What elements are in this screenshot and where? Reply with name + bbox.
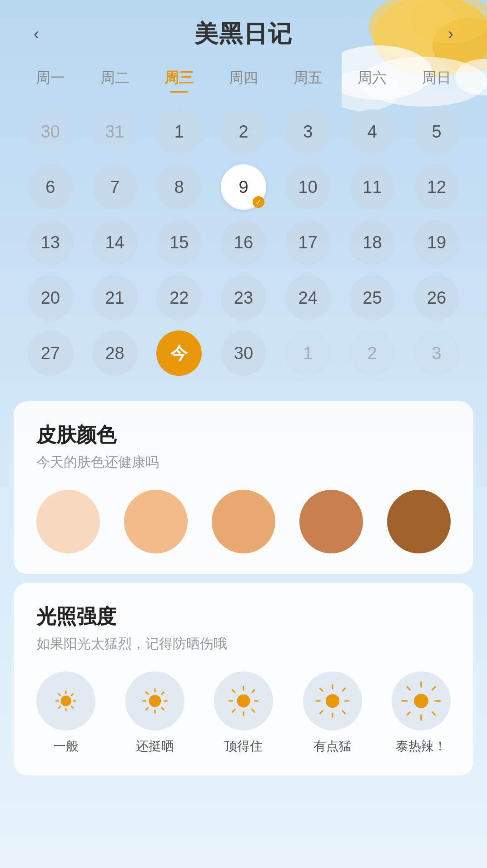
skin-color-5[interactable] bbox=[387, 490, 451, 553]
prev-button[interactable]: ‹ bbox=[23, 20, 50, 48]
day-circle[interactable]: 1 bbox=[156, 109, 202, 154]
day-circle-today[interactable]: 今 bbox=[156, 330, 202, 376]
light-icon-wrap-1 bbox=[36, 671, 95, 730]
day-cell[interactable]: 2 bbox=[340, 328, 405, 379]
day-cell[interactable]: 3 bbox=[276, 106, 340, 157]
day-cell[interactable]: 30 bbox=[18, 106, 83, 157]
day-circle[interactable]: 11 bbox=[349, 164, 395, 210]
day-circle[interactable]: 2 bbox=[349, 330, 395, 376]
day-circle[interactable]: 3 bbox=[285, 109, 331, 154]
skin-color-3[interactable] bbox=[212, 490, 275, 553]
light-option-3[interactable]: 顶得住 bbox=[214, 671, 273, 755]
day-cell[interactable]: 2 bbox=[211, 106, 276, 157]
day-cell[interactable]: 21 bbox=[83, 272, 147, 323]
day-circle[interactable]: 22 bbox=[156, 275, 202, 321]
day-circle[interactable]: 3 bbox=[414, 330, 459, 376]
day-cell[interactable]: 1 bbox=[147, 106, 211, 157]
svg-line-24 bbox=[162, 692, 164, 694]
day-circle[interactable]: 17 bbox=[285, 220, 331, 265]
day-circle[interactable]: 23 bbox=[221, 275, 266, 321]
day-cell[interactable]: 13 bbox=[18, 217, 83, 268]
day-cell[interactable]: 1 bbox=[276, 328, 340, 379]
svg-line-15 bbox=[71, 694, 73, 695]
day-circle[interactable]: 31 bbox=[92, 109, 138, 154]
day-cell[interactable]: 22 bbox=[147, 272, 211, 323]
day-circle[interactable]: 13 bbox=[28, 220, 73, 265]
day-circle-selected[interactable]: 9 ✓ bbox=[221, 164, 266, 210]
day-cell[interactable]: 24 bbox=[276, 272, 340, 323]
day-circle[interactable]: 2 bbox=[221, 109, 266, 154]
light-label-3: 顶得住 bbox=[224, 738, 263, 755]
day-circle[interactable]: 7 bbox=[92, 164, 138, 210]
svg-line-42 bbox=[343, 688, 345, 690]
day-circle[interactable]: 27 bbox=[28, 330, 73, 376]
day-cell[interactable]: 19 bbox=[404, 217, 469, 268]
day-circle[interactable]: 16 bbox=[221, 220, 266, 265]
day-cell-9[interactable]: 9 ✓ bbox=[211, 162, 276, 212]
day-cell[interactable]: 20 bbox=[18, 272, 83, 323]
light-option-5[interactable]: 泰热辣！ bbox=[392, 671, 451, 755]
svg-line-14 bbox=[71, 706, 73, 708]
day-cell[interactable]: 31 bbox=[83, 106, 147, 157]
skin-colors-row bbox=[36, 490, 451, 553]
day-circle[interactable]: 5 bbox=[414, 109, 459, 154]
day-circle[interactable]: 18 bbox=[349, 220, 395, 265]
light-option-4[interactable]: 有点猛 bbox=[303, 671, 362, 755]
day-cell[interactable]: 14 bbox=[83, 217, 147, 268]
light-card-title: 光照强度 bbox=[36, 603, 451, 630]
day-cell[interactable]: 11 bbox=[340, 162, 405, 212]
day-circle[interactable]: 8 bbox=[156, 164, 202, 210]
day-circle[interactable]: 12 bbox=[414, 164, 459, 210]
day-cell[interactable]: 25 bbox=[340, 272, 405, 323]
day-circle[interactable]: 14 bbox=[92, 220, 138, 265]
day-cell[interactable]: 12 bbox=[404, 162, 469, 212]
day-circle[interactable]: 30 bbox=[28, 109, 73, 154]
skin-color-2[interactable] bbox=[124, 490, 188, 553]
day-circle[interactable]: 20 bbox=[28, 275, 73, 321]
day-cell[interactable]: 26 bbox=[404, 272, 469, 323]
day-cell[interactable]: 15 bbox=[147, 217, 211, 268]
day-circle[interactable]: 4 bbox=[349, 109, 395, 154]
day-cell[interactable]: 3 bbox=[404, 328, 469, 379]
light-option-1[interactable]: 一般 bbox=[36, 671, 95, 755]
day-circle[interactable]: 30 bbox=[221, 330, 266, 376]
day-cell[interactable]: 16 bbox=[211, 217, 276, 268]
skin-color-1[interactable] bbox=[36, 490, 100, 553]
day-circle[interactable]: 21 bbox=[92, 275, 138, 321]
day-circle[interactable]: 25 bbox=[349, 275, 395, 321]
day-circle[interactable]: 26 bbox=[414, 275, 459, 321]
day-cell[interactable]: 10 bbox=[276, 162, 340, 212]
day-circle[interactable]: 24 bbox=[285, 275, 331, 321]
day-circle[interactable]: 6 bbox=[28, 164, 73, 210]
svg-line-52 bbox=[407, 712, 410, 715]
next-button[interactable]: › bbox=[437, 20, 464, 48]
weekday-sat: 周六 bbox=[340, 64, 405, 97]
day-cell[interactable]: 8 bbox=[147, 162, 211, 212]
day-cell-today[interactable]: 今 bbox=[147, 328, 211, 379]
day-cell[interactable]: 17 bbox=[276, 217, 340, 268]
skin-color-card: 皮肤颜色 今天的肤色还健康吗 bbox=[14, 401, 473, 574]
light-icon-wrap-2 bbox=[125, 671, 184, 730]
day-cell[interactable]: 6 bbox=[18, 162, 83, 212]
light-option-2[interactable]: 还挺晒 bbox=[125, 671, 184, 755]
day-cell[interactable]: 28 bbox=[83, 328, 147, 379]
day-circle[interactable]: 15 bbox=[156, 220, 202, 265]
day-circle[interactable]: 28 bbox=[92, 330, 138, 376]
day-cell[interactable]: 7 bbox=[83, 162, 147, 212]
day-cell[interactable]: 5 bbox=[404, 106, 469, 157]
day-cell[interactable]: 30 bbox=[211, 328, 276, 379]
svg-line-25 bbox=[146, 708, 148, 710]
svg-point-35 bbox=[325, 694, 339, 708]
day-cell[interactable]: 23 bbox=[211, 272, 276, 323]
day-circle[interactable]: 1 bbox=[285, 330, 331, 376]
skin-color-4[interactable] bbox=[299, 490, 363, 553]
sun-icon-1 bbox=[55, 690, 77, 712]
page-title: 美黑日记 bbox=[194, 18, 293, 50]
day-cell[interactable]: 4 bbox=[340, 106, 405, 157]
svg-line-40 bbox=[320, 688, 322, 690]
day-circle[interactable]: 19 bbox=[414, 220, 459, 265]
svg-line-49 bbox=[407, 687, 410, 690]
day-circle[interactable]: 10 bbox=[285, 164, 331, 210]
day-cell[interactable]: 18 bbox=[340, 217, 405, 268]
day-cell[interactable]: 27 bbox=[18, 328, 83, 379]
